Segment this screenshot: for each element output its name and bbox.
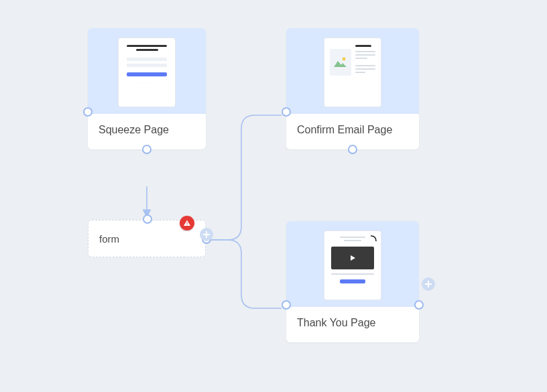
add-button[interactable]	[422, 277, 435, 291]
node-label: Confirm Email Page	[297, 124, 392, 135]
connection-wires	[0, 0, 547, 392]
node-squeeze-page[interactable]: · · · · · · · Squeeze Page	[88, 28, 206, 149]
svg-point-3	[343, 58, 346, 61]
node-thank-you-page[interactable]: Thank You Page	[286, 221, 419, 342]
add-button[interactable]	[200, 228, 213, 241]
node-thumbnail	[286, 221, 419, 307]
node-label: Squeeze Page	[99, 124, 169, 135]
warning-icon[interactable]	[180, 216, 194, 231]
node-thumbnail: · · · · · · ·	[88, 28, 206, 114]
play-icon	[349, 255, 356, 261]
node-label: form	[99, 233, 119, 245]
port-input-left[interactable]	[282, 107, 291, 117]
svg-marker-4	[351, 255, 355, 261]
corner-mark	[370, 235, 377, 242]
port-output-right[interactable]	[414, 300, 424, 310]
port-output-bottom[interactable]	[142, 145, 151, 154]
image-icon	[333, 56, 348, 68]
funnel-canvas[interactable]: · · · · · · · Squeeze Page form	[0, 0, 547, 392]
svg-rect-1	[187, 222, 188, 224]
port-input-top[interactable]	[143, 214, 152, 224]
port-output-bottom[interactable]	[348, 145, 357, 154]
page-preview-thankyou	[324, 231, 381, 300]
node-label: Thank You Page	[297, 317, 375, 328]
svg-rect-2	[187, 224, 188, 225]
page-preview-confirm	[324, 38, 381, 107]
port-input-left[interactable]	[83, 107, 93, 117]
node-thumbnail	[286, 28, 419, 114]
page-preview-squeeze: · · · · · · ·	[118, 38, 176, 107]
port-input-left[interactable]	[282, 300, 291, 310]
node-confirm-email-page[interactable]: Confirm Email Page	[286, 28, 419, 149]
